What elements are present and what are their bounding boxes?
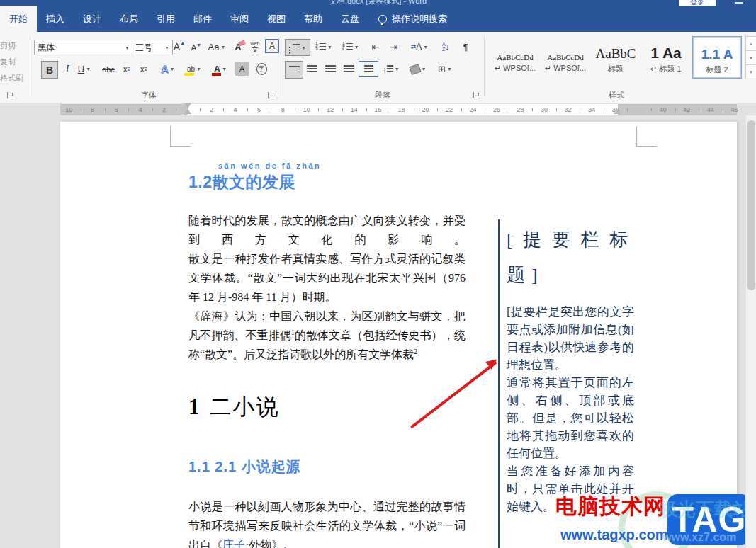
- sidebar-paragraph: [提要栏是突出您的文字要点或添加附加信息(如日程表)以供快速参考的理想位置。: [507, 303, 634, 374]
- ruler-tick: [318, 108, 319, 111]
- styles-scroll-down-icon[interactable]: ▼: [745, 50, 756, 65]
- ruler-number: 6: [257, 106, 261, 113]
- shrink-font-button[interactable]: A▼: [188, 40, 204, 55]
- ruler-tick: [699, 108, 699, 111]
- asian-layout-button[interactable]: ⇄A▼: [408, 39, 431, 55]
- sidebar-textbox[interactable]: [提要栏标题] [提要栏是突出您的文字要点或添加附加信息(如日程表)以供快速参考…: [507, 222, 634, 515]
- clipboard-item[interactable]: 剪切: [0, 40, 16, 51]
- decrease-indent-icon[interactable]: ⇤: [367, 39, 384, 55]
- hanging-indent-marker[interactable]: [184, 109, 191, 114]
- ribbon-tab[interactable]: 开始: [0, 6, 37, 32]
- ruler-number: 32: [565, 106, 572, 113]
- clipboard-dialog-launcher-icon[interactable]: [7, 92, 13, 98]
- ruler-tick: [390, 108, 390, 111]
- shading-bucket-icon[interactable]: ▼: [407, 61, 429, 77]
- justify-button[interactable]: [340, 61, 357, 77]
- ruler-tick: [461, 108, 462, 111]
- right-indent-marker[interactable]: [614, 109, 621, 114]
- clipboard-item[interactable]: 复制: [0, 57, 16, 67]
- vertical-scrollbar[interactable]: [745, 115, 756, 548]
- ribbon-tab[interactable]: 审阅: [221, 6, 258, 32]
- change-case-button[interactable]: Aa▼: [207, 39, 227, 55]
- first-line-indent-marker[interactable]: [184, 103, 191, 108]
- ribbon-tab[interactable]: 云盘: [332, 6, 368, 32]
- clipboard-item[interactable]: 格式刷: [0, 73, 23, 84]
- ribbon-tab[interactable]: 设计: [74, 6, 111, 32]
- style-name: 标题: [592, 64, 640, 74]
- style-name: ↵ WPSOf...: [541, 64, 589, 73]
- borders-button[interactable]: ⊞▼: [434, 61, 456, 77]
- sort-icon[interactable]: AZ↓: [436, 39, 455, 55]
- tell-me-search[interactable]: 操作说明搜索: [378, 6, 447, 32]
- sidebar-title: [提要栏标题]: [507, 222, 634, 293]
- styles-more-icon[interactable]: ▼: [745, 64, 756, 79]
- bold-button[interactable]: B: [41, 61, 58, 79]
- numbering-button[interactable]: 123▼: [312, 39, 336, 55]
- style-preview: 1 Aa: [642, 36, 690, 62]
- line-spacing-button[interactable]: ↕▼: [380, 61, 402, 77]
- style-card[interactable]: AaBbC标题: [592, 36, 640, 77]
- ruler-number: 12: [327, 106, 334, 113]
- ribbon: 剪切复制格式刷 黑体▼ 三号▼ A▲ A▼ Aa▼ A wén 文 A B I …: [0, 32, 756, 103]
- ghost-watermark-text: 极光下载站: [659, 497, 751, 522]
- show-hide-marks-icon[interactable]: ¶: [458, 39, 473, 55]
- strikethrough-button[interactable]: abc: [99, 61, 118, 77]
- ruler-number: 6: [115, 106, 118, 113]
- ruler-tick: [532, 108, 533, 111]
- horizontal-ruler[interactable]: 1086422468101214161820222426283032343640…: [0, 104, 756, 116]
- ribbon-tab[interactable]: 邮件: [184, 6, 221, 32]
- multilevel-list-button[interactable]: 1ai▼: [339, 39, 363, 55]
- ribbon-tab[interactable]: 插入: [37, 6, 74, 32]
- highlight-color-button[interactable]: ab▼: [183, 61, 205, 77]
- subscript-button[interactable]: x2: [119, 61, 135, 77]
- inline-link[interactable]: 庄子: [222, 539, 245, 548]
- phonetic-guide-icon[interactable]: wén 文: [248, 38, 262, 56]
- style-card[interactable]: AaBbCcDd↵ WPSOf...: [541, 36, 589, 77]
- ribbon-tabs: 开始插入设计布局引用邮件审阅视图帮助云盘: [0, 6, 368, 32]
- ribbon-tab[interactable]: 引用: [147, 6, 184, 32]
- document-page[interactable]: sǎn wén de fā zhǎn 1.2散文的发展 随着时代的发展，散文的概…: [60, 122, 737, 548]
- ruler-number: 8: [281, 106, 285, 113]
- font-dialog-launcher-icon[interactable]: [268, 92, 274, 98]
- superscript-button[interactable]: x2: [136, 61, 152, 77]
- ruler-number: 16: [374, 106, 381, 113]
- minimize-icon[interactable]: [735, 2, 743, 4]
- grow-font-button[interactable]: A▲: [171, 39, 187, 55]
- ruler-number: 28: [517, 106, 524, 113]
- style-card[interactable]: 1.1 A标题 2: [692, 36, 742, 79]
- ruler-tick: [295, 108, 295, 111]
- clear-formatting-icon[interactable]: A: [231, 39, 245, 55]
- enclose-characters-icon[interactable]: 字: [254, 61, 269, 77]
- style-card[interactable]: 1 Aa↵ 标题 1: [642, 36, 690, 77]
- styles-scroll-up-icon[interactable]: ▲: [745, 36, 756, 51]
- text-effects-button[interactable]: A▼: [157, 61, 179, 77]
- ruler-number: 14: [351, 106, 358, 113]
- style-card[interactable]: AaBbCcDd↵ WPSOf...: [491, 36, 539, 77]
- align-right-button[interactable]: [322, 61, 339, 77]
- increase-indent-icon[interactable]: ⇥: [385, 39, 402, 55]
- ribbon-tab[interactable]: 布局: [111, 6, 147, 32]
- ruler-tick: [81, 108, 81, 111]
- scrollbar-thumb[interactable]: [747, 120, 755, 290]
- character-border-icon[interactable]: A: [265, 39, 279, 53]
- ruler-tick: [271, 108, 271, 111]
- italic-button[interactable]: I: [61, 61, 74, 77]
- font-size-combo[interactable]: 三号▼: [132, 40, 173, 55]
- ribbon-tab[interactable]: 帮助: [295, 6, 332, 32]
- underline-button[interactable]: U▼: [75, 61, 94, 77]
- lightbulb-icon: [378, 15, 387, 23]
- distribute-button[interactable]: [359, 61, 378, 77]
- paragraph-dialog-launcher-icon[interactable]: [473, 92, 480, 98]
- align-center-button[interactable]: [303, 61, 320, 77]
- character-shading-icon[interactable]: A: [235, 62, 249, 76]
- font-color-button[interactable]: A▼: [210, 61, 231, 77]
- font-name-combo[interactable]: 黑体▼: [34, 40, 133, 55]
- align-left-button[interactable]: [285, 61, 303, 79]
- document-area: sǎn wén de fā zhǎn 1.2散文的发展 随着时代的发展，散文的概…: [0, 115, 756, 548]
- bullets-button[interactable]: ▼: [285, 39, 310, 56]
- ruler-tick: [509, 108, 509, 111]
- ribbon-tab[interactable]: 视图: [258, 6, 295, 32]
- paragraph: 小说是一种以刻画人物形象为中心、通过完整的故事情节和环境描写来反映社会生活的文学…: [188, 497, 466, 548]
- ruler-tick: [485, 108, 485, 111]
- login-button[interactable]: 登录: [679, 0, 716, 6]
